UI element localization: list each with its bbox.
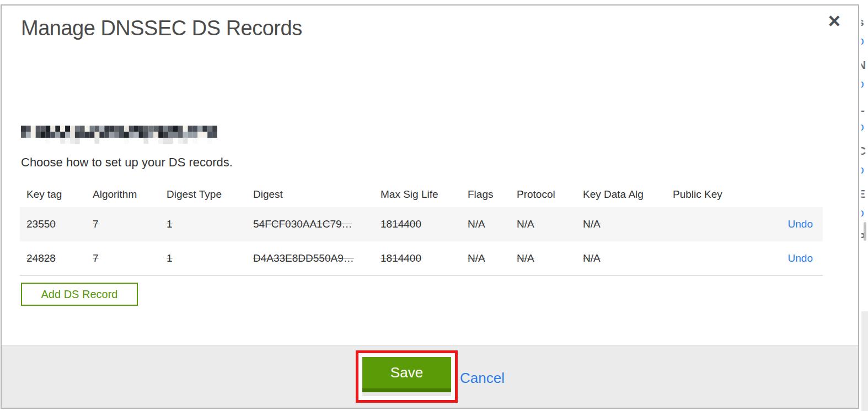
table-cell: 1814400 <box>374 241 461 275</box>
table-header-row: Key tagAlgorithmDigest TypeDigestMax Sig… <box>20 182 823 207</box>
table-cell: N/A <box>510 207 576 241</box>
redacted-domain-name <box>21 126 217 144</box>
close-icon[interactable]: × <box>828 10 840 32</box>
column-header-algorithm: Algorithm <box>86 182 160 207</box>
column-header-action <box>780 182 823 207</box>
table-cell: 54FCF030AA1C79… <box>247 207 374 241</box>
table-cell: 1814400 <box>374 207 461 241</box>
table-cell: N/A <box>576 241 666 275</box>
background-text-fragment: E <box>861 187 865 201</box>
table-cell: 7 <box>86 241 160 275</box>
background-text-fragment: s <box>861 15 864 29</box>
action-cell: Undo <box>780 241 823 275</box>
column-header-digest-type: Digest Type <box>160 182 247 207</box>
table-cell: N/A <box>461 241 510 275</box>
column-header-max-sig-life: Max Sig Life <box>374 182 461 207</box>
column-header-public-key: Public Key <box>666 182 780 207</box>
background-scrollbar-thumb[interactable] <box>864 222 866 241</box>
table-cell: N/A <box>461 207 510 241</box>
table-cell <box>666 207 780 241</box>
page: Manage DNSSEC DS Records × Choose how to… <box>0 0 868 411</box>
table-cell: 7 <box>86 207 160 241</box>
background-text-fragment: N <box>861 58 866 72</box>
table-cell: 1 <box>160 241 247 275</box>
background-text-fragment: L <box>861 101 865 115</box>
manage-dnssec-modal: Manage DNSSEC DS Records × Choose how to… <box>1 4 859 409</box>
instruction-text: Choose how to set up your DS records. <box>21 155 233 170</box>
table-row: 2482871D4A33E8DD550A9…1814400N/AN/AN/AUn… <box>20 241 823 276</box>
background-page-edge: soNoLoCoEoP| <box>861 0 868 411</box>
undo-link[interactable]: Undo <box>788 218 813 230</box>
background-text-fragment: o <box>861 77 864 90</box>
background-text-fragment: C <box>861 144 866 158</box>
annotation-highlight-box: Save <box>356 350 458 403</box>
background-text-fragment: o <box>861 34 864 47</box>
cancel-link[interactable]: Cancel <box>460 368 505 388</box>
table-cell: N/A <box>576 207 666 241</box>
table-cell: N/A <box>510 241 576 275</box>
table-cell: 1 <box>160 207 247 241</box>
save-button[interactable]: Save <box>362 357 451 392</box>
column-header-flags: Flags <box>461 182 510 207</box>
background-text-fragment: o <box>861 163 864 176</box>
background-text-fragment: o <box>861 206 864 219</box>
modal-title: Manage DNSSEC DS Records <box>21 17 302 40</box>
ds-records-table: Key tagAlgorithmDigest TypeDigestMax Sig… <box>20 182 823 276</box>
column-header-key-data-alg: Key Data Alg <box>576 182 666 207</box>
column-header-protocol: Protocol <box>510 182 576 207</box>
undo-link[interactable]: Undo <box>788 252 813 264</box>
column-header-digest: Digest <box>247 182 374 207</box>
column-header-key-tag: Key tag <box>20 182 86 207</box>
background-text-fragment: o <box>861 120 864 133</box>
background-footer-strip <box>861 311 868 411</box>
action-cell: Undo <box>780 207 823 241</box>
table-cell: 24828 <box>20 241 86 275</box>
table-row: 235507154FCF030AA1C79…1814400N/AN/AN/AUn… <box>20 207 823 241</box>
table-cell <box>666 241 780 275</box>
add-ds-record-button[interactable]: Add DS Record <box>21 283 138 306</box>
table-cell: D4A33E8DD550A9… <box>247 241 374 275</box>
table-cell: 23550 <box>20 207 86 241</box>
